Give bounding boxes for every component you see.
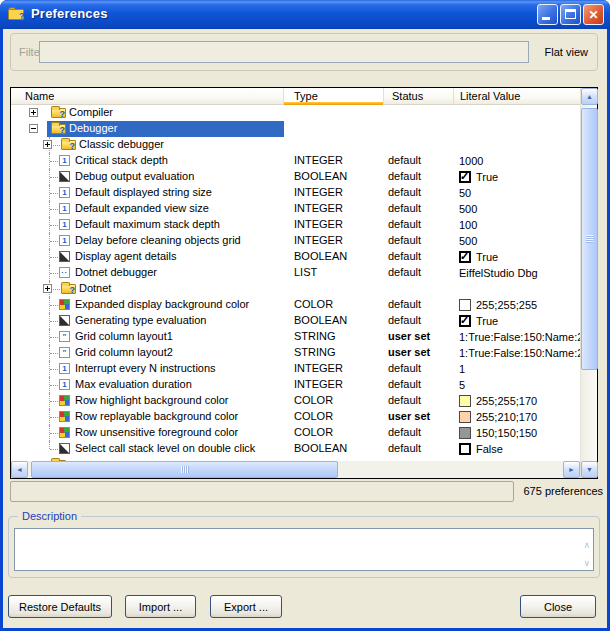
pref-value: ✓True [454,249,580,265]
checkbox-unchecked-icon[interactable]: ✓ [459,443,471,455]
checkbox-checked-icon[interactable]: ✓ [459,251,471,263]
pref-row[interactable]: Select call stack level on double clickB… [11,441,580,457]
pref-value-text: 1000 [459,154,483,169]
pref-name: Delay before cleaning objects grid [75,233,241,248]
pref-status: default [384,169,454,185]
tree-folder-row[interactable]: ?Classic debugger [11,137,580,153]
vertical-scrollbar[interactable]: ▲ ▼ [580,88,597,478]
pref-name: Row replayable background color [75,409,238,424]
horizontal-scrollbar[interactable]: ◄ ► [11,461,580,478]
checkbox-checked-icon[interactable]: ✓ [459,171,471,183]
pref-name: Row unsensitive foreground color [75,425,238,440]
pref-status: default [384,297,454,313]
pref-type: STRING [284,345,384,361]
check-mark: ✓ [460,313,469,328]
column-header-literal-value[interactable]: Literal Value [454,88,580,105]
pref-row[interactable]: ..Dotnet debuggerLISTdefaultEiffelStudio… [11,265,580,281]
pref-row[interactable]: "Grid column layout2STRINGuser set1:True… [11,345,580,361]
pref-row[interactable]: 1Default expanded view sizeINTEGERdefaul… [11,201,580,217]
pref-row[interactable]: Display agent detailsBOOLEANdefault✓True [11,249,580,265]
pref-value-text: 150;150;150 [476,426,537,441]
pref-value: 255;210;170 [454,409,580,425]
expand-toggle-icon[interactable] [43,284,52,293]
name-cell: "Grid column layout1 [11,329,284,345]
pref-type: INTEGER [284,153,384,169]
pref-value-text: 100 [459,218,477,233]
pref-name: Display agent details [75,249,177,264]
pref-status: default [384,313,454,329]
vertical-scrollbar-thumb[interactable] [581,108,598,370]
tree-folder-row[interactable]: ?Dotnet [11,281,580,297]
expand-toggle-icon[interactable] [43,140,52,149]
pref-status: user set [384,409,454,425]
pref-row[interactable]: 1Critical stack depthINTEGERdefault1000 [11,153,580,169]
pref-value-text: 1 [459,362,465,377]
pref-type: BOOLEAN [284,313,384,329]
pref-type: COLOR [284,425,384,441]
pref-row[interactable]: 1Interrupt every N instructionsINTEGERde… [11,361,580,377]
name-cell: 1Default expanded view size [11,201,284,217]
pref-row[interactable]: Expanded display background colorCOLORde… [11,297,580,313]
boolean-type-icon [59,171,70,182]
pref-row[interactable]: Row unsensitive foreground colorCOLORdef… [11,425,580,441]
expand-toggle-icon[interactable] [29,108,38,117]
folder-icon: ? [51,108,66,118]
tree-folder-row[interactable]: ?Compiler [11,105,580,121]
scroll-left-button[interactable]: ◄ [11,461,28,478]
maximize-button[interactable] [560,4,581,25]
description-text-area[interactable]: ∧ ∨ [14,528,594,571]
pref-row[interactable]: 1Default displayed string sizeINTEGERdef… [11,185,580,201]
column-header-name[interactable]: Name [11,88,284,105]
pref-value-text: True [476,314,498,329]
checkbox-checked-icon[interactable]: ✓ [459,315,471,327]
check-mark: ✓ [460,249,469,264]
pref-value: 1:True:False:150:Name:2: [454,329,580,345]
pref-row[interactable]: 1Default maximum stack depthINTEGERdefau… [11,217,580,233]
pref-row[interactable]: "Grid column layout1STRINGuser set1:True… [11,329,580,345]
minimize-button[interactable] [537,4,558,25]
pref-row[interactable]: Row highlight background colorCOLORdefau… [11,393,580,409]
folder-icon: ? [61,284,76,294]
flat-view-toggle[interactable]: Flat view [545,46,588,58]
scroll-right-button[interactable]: ► [563,461,580,478]
name-cell: Debug output evaluation [11,169,284,185]
folder-icon: ? [61,140,76,150]
pref-value: 500 [454,233,580,249]
tree-folder-row[interactable]: ?Debugger [11,121,580,137]
pref-value-text: 50 [459,186,471,201]
pref-row[interactable]: Debug output evaluationBOOLEANdefault✓Tr… [11,169,580,185]
color-swatch [459,395,471,407]
integer-type-icon: 1 [59,219,70,230]
horizontal-scrollbar-thumb[interactable] [31,461,338,478]
window-title: Preferences [31,6,108,21]
pref-value: EiffelStudio Dbg [454,265,580,281]
restore-defaults-button[interactable]: Restore Defaults [8,595,112,618]
close-dialog-button[interactable]: Close [520,595,596,618]
export-button[interactable]: Export ... [210,595,282,618]
integer-type-icon: 1 [59,203,70,214]
list-type-icon: .. [59,267,70,278]
scroll-down-button[interactable]: ▼ [581,461,598,478]
pref-row[interactable]: 1Max evaluation durationINTEGERdefault5 [11,377,580,393]
integer-type-icon: 1 [59,155,70,166]
description-scroll-up-icon: ∧ [583,541,590,550]
scroll-up-button[interactable]: ▲ [581,88,598,105]
pref-type: COLOR [284,297,384,313]
titlebar[interactable]: ? Preferences ✕ [0,0,610,29]
column-header-type[interactable]: Type [284,88,384,105]
name-cell: Row unsensitive foreground color [11,425,284,441]
pref-row[interactable]: 1Delay before cleaning objects gridINTEG… [11,233,580,249]
import-button[interactable]: Import ... [125,595,196,618]
pref-status [384,281,454,297]
column-header-status[interactable]: Status [384,88,454,105]
filter-input[interactable] [39,41,529,63]
close-button[interactable]: ✕ [583,4,604,25]
pref-row[interactable]: Row replayable background colorCOLORuser… [11,409,580,425]
pref-row[interactable]: Generating type evaluationBOOLEANdefault… [11,313,580,329]
pref-type: INTEGER [284,185,384,201]
pref-type: STRING [284,329,384,345]
collapse-toggle-icon[interactable] [29,124,38,133]
pref-name: Select call stack level on double click [75,441,255,456]
pref-type: BOOLEAN [284,249,384,265]
pref-type: BOOLEAN [284,169,384,185]
